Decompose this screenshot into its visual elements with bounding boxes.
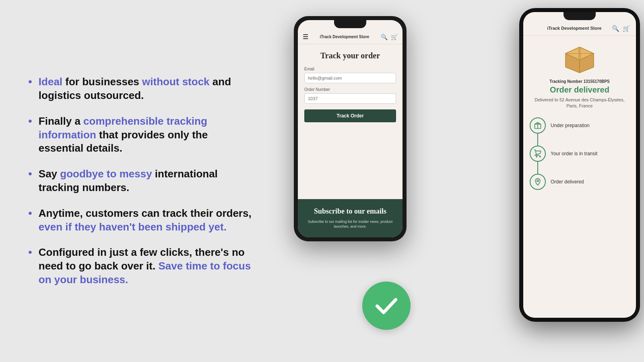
phone-2: iTrack Development Store 🔍 🛒 — [519, 8, 640, 322]
bullet2-prefix: Finally a — [39, 115, 83, 127]
right-panel: ☰ iTrack Development Store 🔍 🛒 Track you… — [282, 0, 644, 362]
phone-1-notch — [334, 20, 366, 28]
tracking-number: Tracking Number 13155170BPS — [549, 79, 610, 84]
bullet-dot-1: • — [28, 76, 32, 87]
cart-icon[interactable]: 🛒 — [391, 34, 398, 40]
bullet-item-1: • Ideal for businesses without stock and… — [28, 75, 254, 103]
left-panel: • Ideal for businesses without stock and… — [0, 51, 282, 311]
phone-1: ☰ iTrack Development Store 🔍 🛒 Track you… — [294, 16, 407, 241]
tracking-steps: Under preparation — [530, 117, 630, 190]
bullet-dot-5: • — [28, 247, 32, 258]
phone-1-header-icons: 🔍 🛒 — [381, 34, 398, 40]
check-badge — [362, 282, 411, 330]
bullet-item-2: • Finally a comprehensible tracking info… — [28, 115, 254, 155]
step-icon-1 — [530, 117, 546, 134]
bullet-text-1: Ideal for businesses without stock and l… — [39, 75, 254, 103]
phone-2-notch — [564, 12, 596, 20]
order-number-input[interactable]: 1037 — [304, 93, 396, 104]
cart-step-icon — [534, 150, 542, 158]
svg-point-7 — [536, 156, 537, 157]
svg-point-8 — [540, 156, 541, 157]
delivery-address: Delivered to 52 Avenue des Champs-Élysée… — [530, 97, 630, 109]
bullet-item-3: • Say goodbye to messy international tra… — [28, 167, 254, 195]
phone-2-content: Tracking Number 13155170BPS Order delive… — [523, 36, 636, 318]
bullet-dot-2: • — [28, 115, 32, 127]
step-item-3: Order delivered — [530, 174, 630, 190]
subscribe-text: Subscribe to our mailing list for inside… — [304, 219, 396, 229]
bullet1-highlight2: without stock — [142, 76, 210, 88]
phone-1-store-name: iTrack Development Store — [320, 35, 369, 39]
step-label-3: Order delivered — [551, 179, 584, 185]
bullet3-prefix: Say — [39, 168, 60, 180]
svg-point-9 — [537, 180, 539, 181]
phone-2-store-name: iTrack Development Store — [547, 26, 601, 31]
package-icon — [561, 42, 598, 74]
bullet-text-2: Finally a comprehensible tracking inform… — [39, 115, 254, 155]
email-label: Email — [304, 67, 396, 71]
bullet-dot-4: • — [28, 208, 32, 219]
step-connector-1 — [537, 134, 538, 146]
bullet-item-4: • Anytime, customers can track their ord… — [28, 207, 254, 234]
step-connector-2 — [537, 162, 538, 174]
bullet-text-5: Configured in just a few clicks, there's… — [39, 246, 254, 286]
phone-2-header-icons: 🔍 🛒 — [612, 25, 630, 32]
step-icon-2 — [530, 146, 546, 162]
step-label-1: Under preparation — [551, 123, 590, 128]
phone-2-header: iTrack Development Store 🔍 🛒 — [523, 22, 636, 36]
bullet1-text: for businesses — [65, 76, 142, 88]
hamburger-icon[interactable]: ☰ — [303, 33, 308, 41]
email-input[interactable]: hello@gmail.com — [304, 73, 396, 83]
step-item-1: Under preparation — [530, 117, 630, 134]
bullet-dot-3: • — [28, 168, 32, 179]
search-icon-2[interactable]: 🔍 — [612, 25, 619, 32]
pin-step-icon — [534, 178, 542, 186]
search-icon[interactable]: 🔍 — [381, 34, 388, 40]
cart-icon-2[interactable]: 🛒 — [623, 25, 630, 32]
phone-1-screen: ☰ iTrack Development Store 🔍 🛒 Track you… — [298, 20, 402, 237]
order-status: Order delivered — [550, 85, 609, 95]
checkmark-icon — [372, 292, 400, 320]
subscribe-title: Subscribe to our emails — [304, 207, 396, 216]
track-order-button[interactable]: Track Order — [304, 109, 396, 122]
phone-1-content: Track your order Email hello@gmail.com O… — [298, 44, 402, 199]
bullet-item-5: • Configured in just a few clicks, there… — [28, 246, 254, 286]
bullet4-highlight: even if they haven't been shipped yet. — [39, 221, 227, 233]
step-icon-3 — [530, 174, 546, 190]
order-number-label: Order Number — [304, 87, 396, 92]
box-step-icon — [534, 121, 542, 130]
bullet1-highlight: Ideal — [39, 76, 62, 88]
bullet-text-3: Say goodbye to messy international track… — [39, 167, 254, 195]
bullet-text-4: Anytime, customers can track their order… — [39, 207, 254, 234]
phone-1-page-title: Track your order — [304, 51, 396, 60]
phone-1-header: ☰ iTrack Development Store 🔍 🛒 — [298, 30, 402, 44]
bullet4-prefix: Anytime, customers can track their order… — [39, 207, 252, 219]
step-label-2: Your order is in transit — [551, 151, 597, 156]
bullet3-highlight: goodbye to messy — [60, 168, 152, 180]
step-item-2: Your order is in transit — [530, 146, 630, 162]
phone-2-screen: iTrack Development Store 🔍 🛒 — [523, 12, 636, 318]
svg-marker-4 — [578, 47, 581, 60]
subscribe-section: Subscribe to our emails Subscribe to our… — [298, 199, 402, 237]
